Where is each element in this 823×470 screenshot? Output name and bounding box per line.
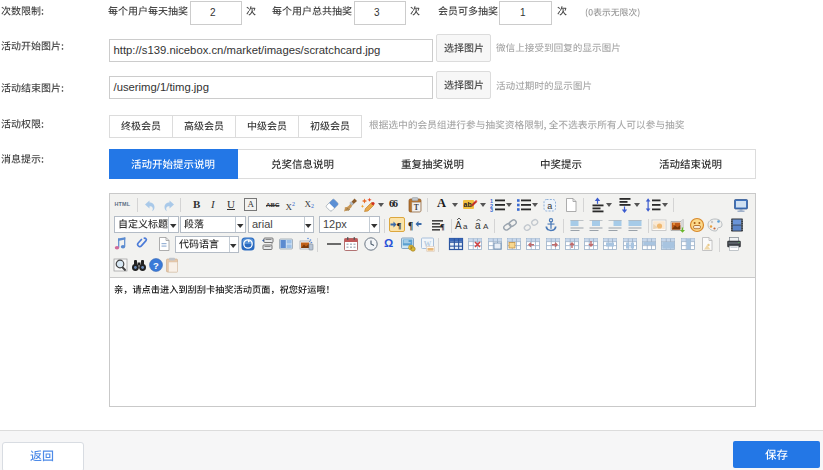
svg-text:3: 3	[490, 207, 493, 213]
svg-text:?: ?	[153, 259, 159, 270]
svg-text:¶: ¶	[408, 221, 413, 231]
svg-text:a: a	[475, 220, 481, 231]
svg-text:A: A	[483, 222, 489, 231]
svg-text:a: a	[463, 222, 468, 231]
svg-text:T: T	[414, 203, 419, 212]
svg-text:A: A	[455, 220, 462, 231]
svg-text:$: $	[410, 246, 412, 250]
svg-text:¶: ¶	[397, 220, 402, 230]
svg-text:a: a	[547, 201, 552, 211]
svg-text:¶: ¶	[440, 222, 445, 232]
